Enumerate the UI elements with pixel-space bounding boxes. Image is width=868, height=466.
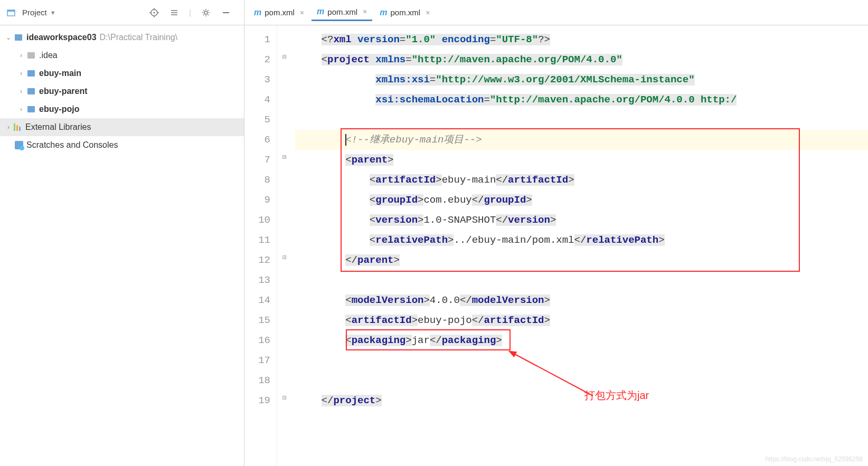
gear-icon[interactable]	[201, 7, 211, 18]
code-line: <groupId>com.ebuy</groupId>	[295, 190, 868, 210]
chevron-right-icon[interactable]: ›	[16, 70, 26, 77]
folder-icon	[26, 104, 36, 114]
maven-icon: m	[317, 7, 324, 16]
chevron-right-icon[interactable]: ›	[16, 106, 26, 113]
code-line: <version>1.0-SNAPSHOT</version>	[295, 210, 868, 230]
project-label[interactable]: Project	[22, 8, 47, 17]
svg-point-3	[154, 12, 155, 13]
code-line: <?xml version="1.0" encoding="UTF-8"?>	[295, 30, 868, 50]
maven-icon: m	[380, 8, 387, 17]
fold-open-icon[interactable]: ⊟	[282, 53, 287, 61]
fold-column[interactable]: ⊟ ⊟ ⊡ ⊡	[277, 25, 295, 466]
tree-item-ebuy-main[interactable]: ›ebuy-main	[0, 64, 244, 82]
code-line: xsi:schemaLocation="http://maven.apache.…	[295, 90, 868, 110]
code-editor[interactable]: 1 2 3 4 5 6 7 8 9 10 11 12 13 14 15 16 1…	[244, 25, 868, 466]
close-icon[interactable]: ×	[363, 7, 367, 16]
annotation-text: 打包方式为jar	[584, 388, 649, 403]
code-line: <artifactId>ebuy-pojo</artifactId>	[295, 310, 868, 330]
tree-scratches[interactable]: Scratches and Consoles	[0, 136, 244, 154]
scratches-icon	[15, 141, 23, 149]
library-icon	[14, 123, 22, 131]
tree-item-ebuy-parent[interactable]: ›ebuy-parent	[0, 82, 244, 100]
project-tool-header: Project ▼ |	[0, 0, 244, 25]
editor-tabs: mpom.xml× mpom.xml× mpom.xml×	[244, 0, 868, 25]
chevron-right-icon[interactable]: ›	[3, 123, 14, 131]
chevron-right-icon[interactable]: ›	[16, 52, 26, 59]
code-line: xmlns:xsi="http://www.w3.org/2001/XMLSch…	[295, 70, 868, 90]
close-icon[interactable]: ×	[426, 8, 430, 17]
dropdown-icon[interactable]: ▼	[50, 9, 56, 16]
code-line: <project xmlns="http://maven.apache.org/…	[295, 50, 868, 70]
tab-pom-2[interactable]: mpom.xml×	[312, 4, 372, 21]
fold-close-icon[interactable]: ⊡	[282, 394, 287, 402]
locate-icon[interactable]	[149, 7, 159, 18]
chevron-down-icon[interactable]: ⌄	[3, 34, 14, 41]
code-line: <artifactId>ebuy-main</artifactId>	[295, 170, 868, 190]
hide-icon[interactable]	[221, 7, 231, 18]
maven-icon: m	[254, 8, 261, 17]
expand-all-icon[interactable]	[169, 7, 180, 18]
fold-open-icon[interactable]: ⊟	[282, 153, 287, 161]
svg-rect-1	[7, 10, 15, 12]
tree-root[interactable]: ⌄ ideaworkspace03 D:\Practical Training\	[0, 28, 244, 46]
svg-point-11	[204, 11, 207, 14]
project-tree[interactable]: ⌄ ideaworkspace03 D:\Practical Training\…	[0, 25, 244, 466]
fold-close-icon[interactable]: ⊡	[282, 253, 287, 262]
tab-pom-3[interactable]: mpom.xml×	[374, 5, 435, 21]
code-line	[295, 370, 868, 391]
code-line	[295, 270, 868, 290]
tree-item-ebuy-pojo[interactable]: ›ebuy-pojo	[0, 100, 244, 118]
code-content[interactable]: <?xml version="1.0" encoding="UTF-8"?> <…	[295, 25, 868, 466]
folder-icon	[26, 51, 36, 60]
code-line: </parent>	[295, 250, 868, 270]
close-icon[interactable]: ×	[300, 8, 304, 17]
project-icon	[6, 8, 16, 17]
folder-icon	[26, 69, 36, 78]
folder-icon	[26, 87, 36, 96]
watermark: https://blog.csdn.net/qq_52596258	[766, 455, 863, 463]
code-line: </project>	[295, 391, 868, 411]
tree-external-libraries[interactable]: ›External Libraries	[0, 118, 244, 136]
code-line: <relativePath>../ebuy-main/pom.xml</rela…	[295, 230, 868, 250]
tab-pom-1[interactable]: mpom.xml×	[249, 5, 309, 21]
tree-item-idea[interactable]: ›.idea	[0, 46, 244, 64]
code-line: <packaging>jar</packaging>	[295, 330, 868, 350]
chevron-right-icon[interactable]: ›	[16, 88, 26, 95]
code-line: <parent>	[295, 150, 868, 170]
code-line: <modelVersion>4.0.0</modelVersion>	[295, 290, 868, 310]
folder-icon	[14, 33, 23, 42]
code-line	[295, 350, 868, 370]
code-line	[295, 110, 868, 130]
line-gutter: 1 2 3 4 5 6 7 8 9 10 11 12 13 14 15 16 1…	[244, 25, 277, 466]
top-toolbar: Project ▼ | mpom.xml× mpom.xml× mpom.xml…	[0, 0, 868, 25]
code-line-active: <!--继承ebuy-main项目-->	[295, 130, 868, 150]
